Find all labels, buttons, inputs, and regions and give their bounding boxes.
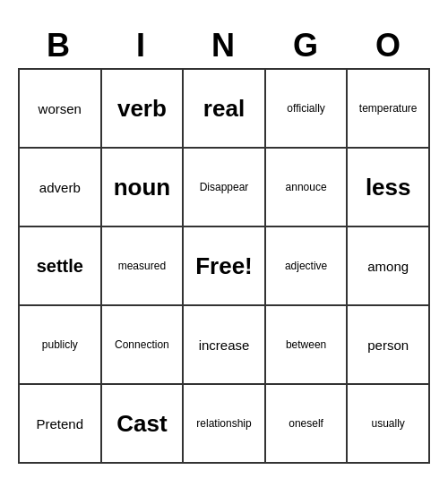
header-letter: B	[18, 23, 100, 68]
cell-text: officially	[287, 102, 324, 115]
bingo-cell: annouce	[266, 149, 349, 227]
bingo-cell: Disappear	[184, 149, 266, 227]
cell-text: Disappear	[200, 181, 249, 193]
bingo-cell: less	[348, 149, 430, 227]
cell-text: real	[203, 95, 245, 123]
bingo-cell: Connection	[102, 306, 185, 385]
cell-text: Cast	[116, 410, 167, 438]
cell-text: settle	[37, 256, 83, 277]
cell-text: adverb	[39, 180, 81, 195]
bingo-cell: noun	[102, 149, 185, 227]
bingo-cell: settle	[20, 227, 102, 306]
bingo-cell: person	[348, 306, 430, 385]
cell-text: verb	[117, 95, 167, 123]
cell-text: oneself	[289, 417, 323, 430]
cell-text: person	[367, 337, 409, 353]
bingo-cell: oneself	[266, 385, 349, 464]
cell-text: Connection	[115, 338, 169, 351]
bingo-cell: adverb	[20, 149, 102, 227]
cell-text: relationship	[196, 417, 251, 430]
cell-text: among	[367, 259, 409, 274]
bingo-cell: Free!	[184, 227, 266, 306]
cell-text: adjective	[285, 260, 327, 272]
cell-text: worsen	[39, 101, 82, 116]
cell-text: increase	[199, 337, 250, 353]
bingo-cell: Pretend	[20, 385, 102, 464]
header-letter: O	[348, 23, 430, 68]
bingo-cell: adjective	[266, 227, 349, 306]
cell-text: usually	[372, 417, 405, 430]
bingo-grid: worsenverbrealofficiallytemperatureadver…	[18, 68, 430, 464]
bingo-cell: measured	[102, 227, 185, 306]
cell-text: Pretend	[37, 416, 84, 431]
cell-text: temperature	[359, 102, 418, 115]
cell-text: between	[286, 338, 326, 351]
cell-text: measured	[118, 260, 166, 272]
cell-text: publicly	[42, 338, 78, 351]
bingo-cell: publicly	[20, 306, 102, 385]
bingo-cell: Cast	[102, 385, 185, 464]
header-letter: N	[183, 23, 265, 68]
header-letter: I	[100, 23, 183, 68]
bingo-cell: temperature	[348, 70, 430, 149]
bingo-cell: officially	[266, 70, 349, 149]
bingo-cell: verb	[102, 70, 185, 149]
bingo-header: BINGO	[18, 23, 430, 68]
bingo-cell: usually	[348, 385, 430, 464]
bingo-cell: worsen	[20, 70, 102, 149]
bingo-cell: relationship	[184, 385, 266, 464]
bingo-cell: between	[266, 306, 349, 385]
bingo-cell: real	[184, 70, 266, 149]
bingo-cell: increase	[184, 306, 266, 385]
cell-text: annouce	[286, 181, 327, 193]
cell-text: noun	[114, 174, 171, 201]
bingo-card: BINGO worsenverbrealofficiallytemperatur…	[18, 23, 430, 464]
cell-text: less	[366, 174, 411, 201]
bingo-cell: among	[348, 227, 430, 306]
header-letter: G	[265, 23, 348, 68]
cell-text: Free!	[195, 252, 253, 280]
